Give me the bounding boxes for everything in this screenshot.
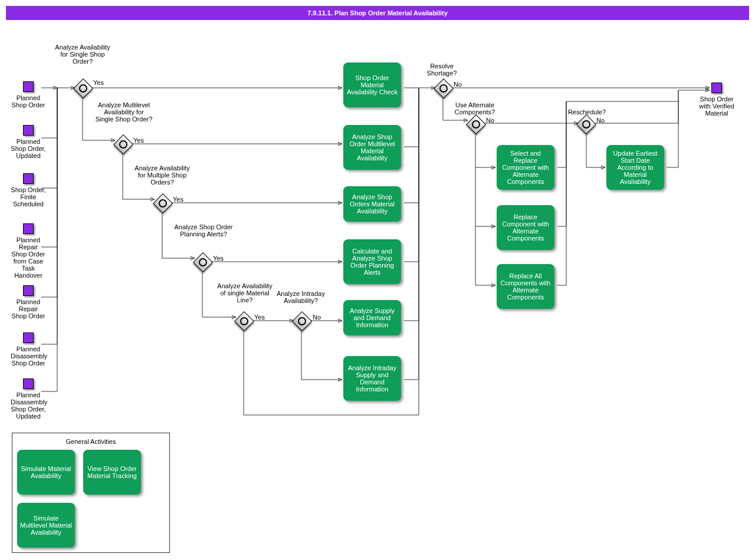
event-planned-shop-order-updated[interactable]: Planned Shop Order, Updated: [11, 125, 46, 159]
event-label: Planned Disassembly Shop Order, Updated: [11, 391, 46, 420]
gateway-label: Analyze Availability for Single Shop Ord…: [53, 44, 112, 65]
event-label: Planned Repair Shop Order: [11, 298, 46, 319]
gateway-label: Use Alternate Components?: [448, 101, 501, 116]
event-label: Planned Shop Order: [11, 94, 46, 108]
no-label: No: [486, 117, 494, 124]
event-finite-scheduled[interactable]: Shop Order, Finite Scheduled: [11, 173, 46, 207]
task-simulate-availability[interactable]: Simulate Material Availability: [17, 450, 75, 495]
task-replace-all-alternate[interactable]: Replace All Components with Alternate Co…: [497, 264, 554, 309]
page-title: 7.9.11.1. Plan Shop Order Material Avail…: [6, 6, 749, 20]
task-multiple-orders-availability[interactable]: Analyze Shop Orders Material Availabilit…: [343, 186, 401, 222]
task-update-start-date[interactable]: Update Earliest Start Date According to …: [606, 145, 664, 190]
task-replace-alternate[interactable]: Replace Component with Alternate Compone…: [497, 205, 554, 250]
task-intraday-supply-demand[interactable]: Analyze Intraday Supply and Demand Infor…: [343, 356, 401, 401]
yes-label: Yes: [173, 196, 183, 203]
event-label: Planned Shop Order, Updated: [11, 138, 46, 159]
general-activities-title: General Activities: [17, 438, 165, 445]
diagram-canvas: Planned Shop Order Planned Shop Order, U…: [0, 26, 743, 560]
task-supply-demand[interactable]: Analyze Supply and Demand Information: [343, 300, 401, 335]
event-disassembly[interactable]: Planned Disassembly Shop Order: [11, 332, 46, 367]
event-label: Planned Repair Shop Order from Case Task…: [11, 236, 46, 279]
event-label: Shop Order, Finite Scheduled: [11, 186, 46, 207]
no-label: No: [596, 117, 605, 124]
yes-label: Yes: [213, 255, 224, 262]
yes-label: Yes: [133, 137, 144, 144]
general-activities-box: General Activities Simulate Material Ava…: [12, 433, 170, 553]
gateway-label: Resolve Shortage?: [415, 62, 468, 77]
event-label: Planned Disassembly Shop Order: [11, 345, 46, 367]
gateway-label: Analyze Availability of single Material …: [215, 282, 274, 304]
no-label: No: [313, 314, 321, 321]
gateway-label: Analyze Intraday Availability?: [274, 290, 327, 304]
event-repair-handover[interactable]: Planned Repair Shop Order from Case Task…: [11, 223, 46, 279]
task-availability-check[interactable]: Shop Order Material Availability Check: [343, 62, 401, 107]
event-repair-shop-order[interactable]: Planned Repair Shop Order: [11, 285, 46, 319]
gateway-label: Analyze Shop Order Planning Alerts?: [174, 223, 233, 238]
gateway-label: Analyze Availability for Multiple Shop O…: [133, 164, 192, 186]
event-planned-shop-order[interactable]: Planned Shop Order: [11, 81, 46, 108]
task-multilevel-availability[interactable]: Analyze Shop Order Multilevel Material A…: [343, 125, 401, 170]
no-label: No: [454, 81, 462, 88]
yes-label: Yes: [254, 314, 265, 321]
event-disassembly-updated[interactable]: Planned Disassembly Shop Order, Updated: [11, 378, 46, 420]
gateway-label: Analyze Multilevel Availability for Sing…: [94, 101, 153, 123]
task-planning-alerts[interactable]: Calculate and Analyze Shop Order Plannin…: [343, 239, 401, 284]
event-label: Shop Order with Verified Material: [699, 95, 734, 117]
task-simulate-multilevel[interactable]: Simulate Multilevel Material Availabilit…: [17, 503, 75, 548]
yes-label: Yes: [93, 79, 104, 86]
task-view-material-tracking[interactable]: View Shop Order Material Tracking: [83, 450, 141, 495]
event-end-verified-material[interactable]: Shop Order with Verified Material: [699, 83, 734, 117]
task-select-replace-alternate[interactable]: Select and Replace Component with Altern…: [497, 145, 554, 190]
